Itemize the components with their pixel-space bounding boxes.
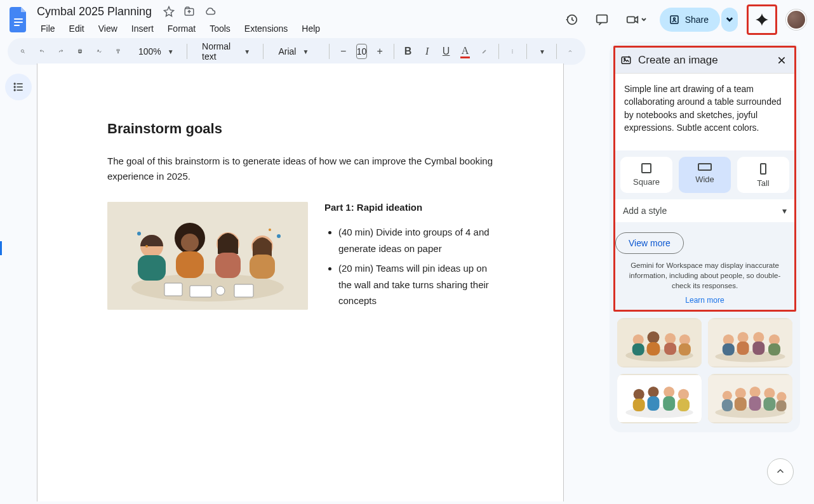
share-dropdown[interactable] [721, 8, 738, 32]
inserted-image[interactable] [107, 202, 308, 310]
view-more-button[interactable]: View more [615, 232, 684, 254]
aspect-square[interactable]: Square [620, 157, 672, 193]
svg-rect-49 [664, 343, 676, 355]
generated-image-4[interactable] [708, 374, 792, 423]
svg-rect-0 [14, 18, 23, 20]
svg-rect-5 [596, 15, 607, 23]
svg-point-58 [753, 332, 764, 343]
svg-point-70 [678, 389, 689, 400]
share-button[interactable]: Share [660, 8, 720, 32]
star-icon[interactable] [163, 6, 175, 17]
spellcheck-icon[interactable] [93, 43, 105, 60]
bold-icon[interactable]: B [402, 43, 415, 60]
svg-point-9 [21, 50, 23, 52]
more-icon[interactable] [506, 43, 519, 60]
font-selector[interactable]: Arial▼ [270, 45, 321, 58]
underline-icon[interactable]: U [440, 43, 453, 60]
svg-point-66 [648, 387, 658, 397]
fontsize-increase[interactable]: + [373, 43, 386, 60]
zoom-selector[interactable]: 100%▼ [131, 45, 179, 58]
comments-icon[interactable] [591, 9, 613, 30]
doc-heading[interactable]: Brainstorm goals [107, 121, 493, 137]
outline-toggle-icon[interactable] [5, 74, 32, 100]
svg-point-76 [735, 388, 746, 399]
svg-rect-59 [752, 342, 764, 355]
svg-point-37 [145, 245, 148, 248]
svg-point-36 [137, 232, 141, 235]
cloud-status-icon[interactable] [204, 6, 217, 17]
svg-rect-1 [14, 22, 23, 23]
svg-point-46 [648, 331, 660, 343]
svg-point-74 [723, 391, 732, 401]
account-avatar[interactable] [786, 10, 806, 30]
section-subtitle[interactable]: Part 1: Rapid ideation [324, 202, 493, 213]
svg-rect-23 [138, 255, 166, 281]
disclaimer-text: Gemini for Workspace may display inaccur… [615, 260, 794, 291]
svg-rect-57 [737, 342, 749, 355]
paint-format-icon[interactable] [112, 43, 124, 60]
fontsize-decrease[interactable]: − [337, 43, 350, 60]
highlight-icon[interactable] [478, 43, 491, 60]
svg-rect-79 [749, 397, 761, 411]
move-to-drive-icon[interactable] [183, 6, 195, 17]
document-title[interactable]: Cymbal 2025 Planning [34, 4, 154, 20]
learn-more-link[interactable]: Learn more [615, 296, 794, 305]
list-item[interactable]: (40 min) Divide into groups of 4 and gen… [338, 224, 493, 256]
svg-rect-31 [250, 255, 275, 279]
svg-rect-32 [164, 283, 182, 296]
svg-point-56 [738, 332, 749, 343]
redo-icon[interactable] [55, 43, 67, 60]
svg-rect-67 [648, 397, 660, 411]
svg-point-14 [512, 50, 512, 50]
panel-scroll-up-icon[interactable] [767, 458, 794, 485]
menu-edit[interactable]: Edit [63, 21, 91, 36]
aspect-wide[interactable]: Wide [679, 157, 731, 193]
menu-extensions[interactable]: Extensions [238, 21, 294, 36]
generated-image-1[interactable] [617, 318, 702, 368]
search-menus-icon[interactable] [17, 43, 29, 60]
edit-mode-icon[interactable]: ▼ [534, 43, 548, 60]
print-icon[interactable] [74, 43, 86, 60]
svg-point-80 [764, 388, 775, 399]
menu-file[interactable]: File [34, 21, 62, 36]
meet-icon[interactable] [622, 9, 651, 30]
page[interactable]: Brainstorm goals The goal of this brains… [37, 63, 564, 501]
gemini-side-panel: Create an image Simple line art drawing … [610, 42, 800, 432]
svg-rect-61 [768, 343, 780, 355]
gemini-button[interactable] [747, 4, 777, 35]
docs-logo[interactable] [6, 7, 32, 32]
text-color-icon[interactable]: A [459, 43, 472, 60]
italic-icon[interactable]: I [421, 43, 434, 60]
svg-point-17 [14, 83, 15, 84]
svg-rect-45 [632, 343, 644, 355]
menu-tools[interactable]: Tools [203, 21, 237, 36]
list-item[interactable]: (20 min) Teams will pin ideas up on the … [338, 260, 493, 309]
undo-icon[interactable] [36, 43, 48, 60]
menu-format[interactable]: Format [161, 21, 202, 36]
svg-point-41 [624, 58, 625, 60]
history-icon[interactable] [561, 9, 582, 30]
collapse-toolbar-icon[interactable] [564, 43, 577, 60]
svg-rect-34 [234, 284, 253, 297]
panel-title: Create an image [638, 54, 770, 67]
generated-image-3[interactable] [617, 374, 702, 423]
svg-rect-55 [723, 343, 735, 355]
svg-point-26 [181, 234, 199, 251]
svg-point-8 [673, 18, 675, 20]
svg-rect-33 [190, 286, 211, 297]
menu-insert[interactable]: Insert [125, 21, 160, 36]
svg-point-35 [216, 286, 225, 295]
prompt-textarea[interactable]: Simple line art drawing of a team collab… [615, 74, 794, 150]
generated-image-2[interactable] [708, 318, 792, 368]
add-style-dropdown[interactable]: Add a style ▾ [615, 199, 794, 222]
chevron-down-icon: ▾ [782, 206, 787, 216]
aspect-tall[interactable]: Tall [737, 157, 789, 193]
paragraph-style-selector[interactable]: Normal text▼ [194, 40, 255, 63]
menu-help[interactable]: Help [295, 21, 326, 36]
svg-point-39 [269, 229, 271, 231]
fontsize-input[interactable]: 10 [356, 44, 368, 59]
svg-rect-47 [647, 343, 660, 356]
doc-intro[interactable]: The goal of this brainstorm is to genera… [107, 154, 493, 184]
close-icon[interactable] [777, 55, 787, 65]
menu-view[interactable]: View [92, 21, 124, 36]
